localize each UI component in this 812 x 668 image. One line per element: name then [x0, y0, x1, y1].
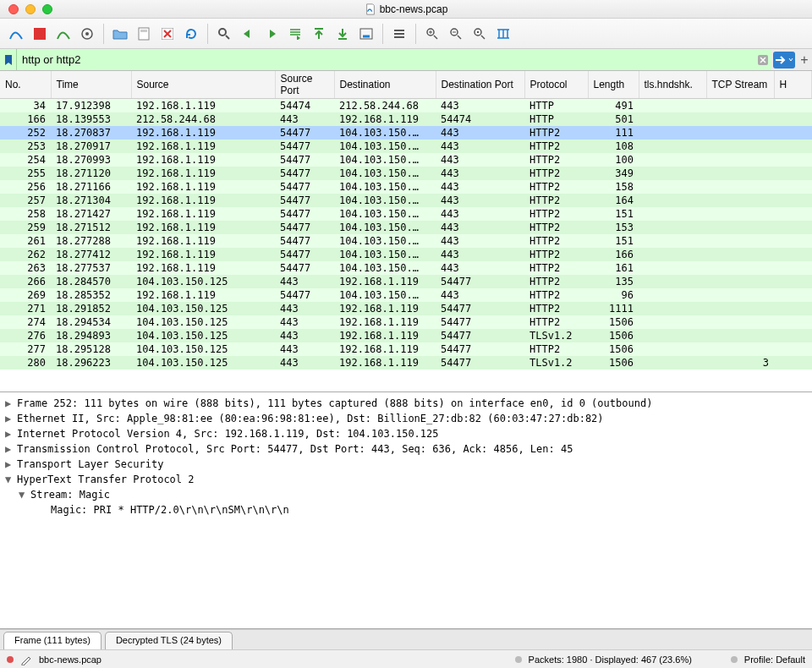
- go-forward-button[interactable]: [261, 23, 283, 45]
- capture-options-button[interactable]: [76, 23, 98, 45]
- packet-row[interactable]: 27618.294893104.103.150.125443192.168.1.…: [0, 329, 812, 342]
- disclosure-triangle-icon[interactable]: ▶: [5, 396, 14, 411]
- packet-cell: 192.168.1.119: [131, 167, 275, 180]
- resize-columns-button[interactable]: [492, 23, 514, 45]
- packet-details-pane[interactable]: ▶Frame 252: 111 bytes on wire (888 bits)…: [0, 392, 812, 629]
- detail-tree-row[interactable]: Magic: PRI * HTTP/2.0\r\n\r\nSM\r\n\r\n: [5, 502, 807, 517]
- restart-capture-button[interactable]: [52, 23, 74, 45]
- column-header[interactable]: H: [774, 71, 812, 99]
- packet-cell: 151: [588, 234, 639, 248]
- column-header[interactable]: Time: [51, 71, 131, 99]
- zoom-reset-button[interactable]: [469, 23, 491, 45]
- start-capture-button[interactable]: [5, 23, 27, 45]
- column-header[interactable]: Length: [588, 71, 639, 99]
- edit-icon[interactable]: [20, 654, 32, 665]
- window-minimize-button[interactable]: [25, 4, 36, 14]
- save-file-button[interactable]: [133, 23, 155, 45]
- detail-tree-row[interactable]: ▶Ethernet II, Src: Apple_98:81:ee (80:ea…: [5, 411, 807, 426]
- zoom-out-button[interactable]: [445, 23, 467, 45]
- detail-tree-row[interactable]: ▼HyperText Transfer Protocol 2: [5, 472, 807, 487]
- packet-cell: 104.103.150.…: [334, 180, 436, 194]
- packet-row[interactable]: 25318.270917192.168.1.11954477104.103.15…: [0, 140, 812, 153]
- packet-cell: 266: [0, 275, 51, 288]
- detail-tree-row[interactable]: ▶Internet Protocol Version 4, Src: 192.1…: [5, 426, 807, 441]
- packet-row[interactable]: 26218.277412192.168.1.11954477104.103.15…: [0, 248, 812, 261]
- window-close-button[interactable]: [8, 4, 19, 14]
- stop-capture-button[interactable]: [29, 23, 51, 45]
- packet-row[interactable]: 25818.271427192.168.1.11954477104.103.15…: [0, 207, 812, 221]
- column-header[interactable]: Protocol: [524, 71, 588, 99]
- packet-row[interactable]: 27118.291852104.103.150.125443192.168.1.…: [0, 302, 812, 315]
- expert-info-indicator[interactable]: [7, 656, 14, 663]
- open-file-button[interactable]: [109, 23, 131, 45]
- go-first-button[interactable]: [308, 23, 330, 45]
- packet-cell: 443: [436, 167, 524, 180]
- disclosure-triangle-icon[interactable]: ▶: [5, 426, 14, 441]
- packet-row[interactable]: 26918.285352192.168.1.11954477104.103.15…: [0, 288, 812, 302]
- packet-row[interactable]: 26118.277288192.168.1.11954477104.103.15…: [0, 234, 812, 248]
- find-packet-button[interactable]: [213, 23, 235, 45]
- packet-row[interactable]: 27718.295128104.103.150.125443192.168.1.…: [0, 342, 812, 356]
- packet-row[interactable]: 27418.294534104.103.150.125443192.168.1.…: [0, 315, 812, 329]
- packet-cell: [706, 221, 774, 234]
- packet-cell: [774, 194, 812, 207]
- detail-tree-row[interactable]: ▶Transmission Control Protocol, Src Port…: [5, 441, 807, 457]
- filter-add-button[interactable]: +: [797, 52, 812, 68]
- column-header[interactable]: Source: [131, 71, 275, 99]
- go-last-button[interactable]: [332, 23, 354, 45]
- reload-file-button[interactable]: [180, 23, 202, 45]
- disclosure-triangle-icon[interactable]: ▼: [5, 472, 14, 487]
- packet-cell: 104.103.150.…: [334, 234, 436, 248]
- filter-apply-button[interactable]: [773, 52, 795, 68]
- packet-cell: 104.103.150.…: [334, 207, 436, 221]
- status-profile[interactable]: Profile: Default: [744, 654, 805, 665]
- filter-clear-button[interactable]: [754, 49, 771, 70]
- colorize-button[interactable]: [388, 23, 410, 45]
- auto-scroll-button[interactable]: [355, 23, 377, 45]
- packet-row[interactable]: 3417.912398192.168.1.11954474212.58.244.…: [0, 99, 812, 113]
- packet-list-pane[interactable]: No.TimeSourceSource PortDestinationDesti…: [0, 71, 812, 392]
- packet-row[interactable]: 28018.296223104.103.150.125443192.168.1.…: [0, 356, 812, 370]
- filter-bookmark-button[interactable]: [0, 49, 17, 70]
- packet-row[interactable]: 16618.139553212.58.244.68443192.168.1.11…: [0, 112, 812, 126]
- detail-tree-row[interactable]: ▶Transport Layer Security: [5, 457, 807, 472]
- disclosure-triangle-icon[interactable]: ▶: [5, 441, 14, 457]
- packet-row[interactable]: 25618.271166192.168.1.11954477104.103.15…: [0, 180, 812, 194]
- column-header[interactable]: No.: [0, 71, 51, 99]
- disclosure-triangle-icon[interactable]: ▼: [19, 487, 27, 502]
- detail-tree-row[interactable]: ▶Frame 252: 111 bytes on wire (888 bits)…: [5, 396, 807, 411]
- column-header[interactable]: tls.hndshk.: [639, 71, 706, 99]
- packet-cell: 280: [0, 356, 51, 370]
- bytes-tab[interactable]: Decrypted TLS (24 bytes): [105, 632, 233, 649]
- packet-cell: 192.168.1.119: [334, 315, 436, 329]
- disclosure-triangle-icon[interactable]: ▶: [5, 411, 14, 426]
- packet-row[interactable]: 26618.284570104.103.150.125443192.168.1.…: [0, 275, 812, 288]
- column-header[interactable]: Destination: [334, 71, 436, 99]
- column-header[interactable]: Source Port: [275, 71, 334, 99]
- column-header[interactable]: TCP Stream: [706, 71, 774, 99]
- packet-cell: 443: [275, 356, 334, 370]
- disclosure-triangle-icon[interactable]: ▶: [5, 457, 14, 472]
- packet-row[interactable]: 25918.271512192.168.1.11954477104.103.15…: [0, 221, 812, 234]
- column-header[interactable]: Destination Port: [436, 71, 524, 99]
- packet-cell: [774, 167, 812, 180]
- packet-cell: [639, 221, 706, 234]
- packet-cell: 18.271427: [51, 207, 131, 221]
- packet-cell: [706, 112, 774, 126]
- close-file-button[interactable]: [156, 23, 178, 45]
- packet-row[interactable]: 25418.270993192.168.1.11954477104.103.15…: [0, 153, 812, 167]
- go-to-packet-button[interactable]: [284, 23, 306, 45]
- window-zoom-button[interactable]: [42, 4, 52, 14]
- packet-row[interactable]: 25718.271304192.168.1.11954477104.103.15…: [0, 194, 812, 207]
- bytes-tab[interactable]: Frame (111 bytes): [3, 632, 102, 649]
- zoom-in-button[interactable]: [421, 23, 443, 45]
- go-back-button[interactable]: [237, 23, 259, 45]
- detail-text: Stream: Magic: [30, 487, 110, 502]
- detail-tree-row[interactable]: ▼Stream: Magic: [5, 487, 807, 502]
- packet-row[interactable]: 25518.271120192.168.1.11954477104.103.15…: [0, 167, 812, 180]
- packet-row[interactable]: 25218.270837192.168.1.11954477104.103.15…: [0, 126, 812, 140]
- packet-table-header[interactable]: No.TimeSourceSource PortDestinationDesti…: [0, 71, 812, 99]
- packet-row[interactable]: 26318.277537192.168.1.11954477104.103.15…: [0, 261, 812, 275]
- display-filter-input[interactable]: [17, 49, 754, 70]
- packet-cell: [774, 221, 812, 234]
